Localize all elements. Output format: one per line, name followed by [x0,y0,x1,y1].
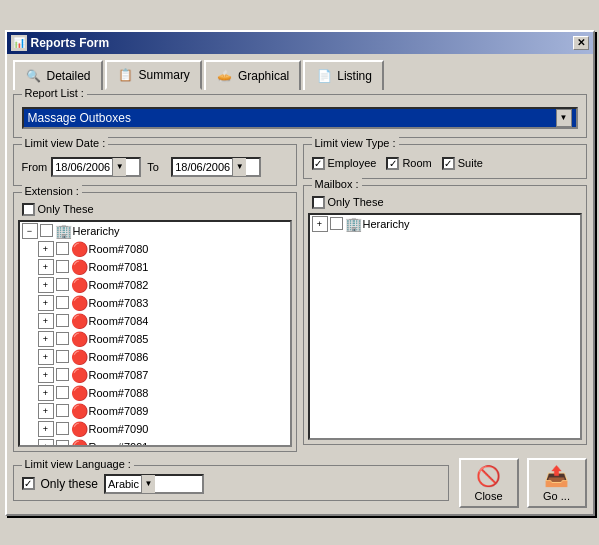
tree-child-item[interactable]: + 🔴 Room#7082 [36,276,290,294]
root-checkbox[interactable] [40,224,53,237]
report-list-combobox[interactable]: Massage Outboxes ▼ [22,107,578,129]
tab-detailed[interactable]: 🔍 Detailed [13,60,103,90]
child-expand-btn[interactable]: + [38,277,54,293]
tree-root-item[interactable]: − 🏢 Herarichy [20,222,290,240]
suite-checkbox-item: ✓ Suite [442,157,483,170]
reports-form-window: 📊 Reports Form ✕ 🔍 Detailed 📋 Summary 🥧 … [5,30,595,516]
to-label: To [147,161,167,173]
extension-section: Extension : Only These − 🏢 Herarichy + [13,192,297,452]
root-expand-btn[interactable]: − [22,223,38,239]
bottom-row: Limit view Language : ✓ Only these Arabi… [13,458,587,508]
child-label: Room#7080 [89,243,149,255]
child-checkbox[interactable] [56,350,69,363]
mailbox-only-these-checkbox[interactable] [312,196,325,209]
limit-date-title: Limit view Date : [22,137,109,149]
window-close-button[interactable]: ✕ [573,36,589,50]
report-list-dropdown-arrow[interactable]: ▼ [556,109,572,127]
limit-date-section: Limit view Date : From 18/06/2006 ▼ To 1… [13,144,297,186]
tab-summary[interactable]: 📋 Summary [105,60,202,90]
child-label: Room#7091 [89,441,149,447]
child-expand-btn[interactable]: + [38,259,54,275]
report-list-value: Massage Outboxes [28,111,131,125]
summary-icon: 📋 [117,66,135,84]
tree-child-item[interactable]: + 🔴 Room#7091 [36,438,290,447]
tab-listing-label: Listing [337,69,372,83]
tree-child-item[interactable]: + 🔴 Room#7089 [36,402,290,420]
child-expand-btn[interactable]: + [38,331,54,347]
room-checkbox-item: ✓ Room [386,157,431,170]
child-expand-btn[interactable]: + [38,313,54,329]
child-expand-btn[interactable]: + [38,403,54,419]
room-checkbox[interactable]: ✓ [386,157,399,170]
to-date-arrow[interactable]: ▼ [232,158,246,176]
mailbox-tree[interactable]: + 🏢 Herarichy [308,213,582,440]
close-button[interactable]: 🚫 Close [459,458,519,508]
tree-child-item[interactable]: + 🔴 Room#7090 [36,420,290,438]
tree-child-item[interactable]: + 🔴 Room#7087 [36,366,290,384]
language-only-these-checkbox[interactable]: ✓ [22,477,35,490]
child-expand-btn[interactable]: + [38,439,54,447]
child-expand-btn[interactable]: + [38,241,54,257]
employee-checkbox[interactable]: ✓ [312,157,325,170]
child-checkbox[interactable] [56,332,69,345]
root-label: Herarichy [73,225,120,237]
child-expand-btn[interactable]: + [38,421,54,437]
employee-label: Employee [328,157,377,169]
mailbox-root-checkbox[interactable] [330,217,343,230]
limit-type-title: Limit view Type : [312,137,399,149]
child-label: Room#7086 [89,351,149,363]
child-icon: 🔴 [71,349,87,365]
mailbox-root-item[interactable]: + 🏢 Herarichy [310,215,580,233]
child-icon: 🔴 [71,241,87,257]
child-label: Room#7088 [89,387,149,399]
from-date-arrow[interactable]: ▼ [112,158,126,176]
tab-detailed-label: Detailed [47,69,91,83]
tree-child-item[interactable]: + 🔴 Room#7081 [36,258,290,276]
child-checkbox[interactable] [56,368,69,381]
to-date-combobox[interactable]: 18/06/2006 ▼ [171,157,261,177]
child-label: Room#7081 [89,261,149,273]
from-date-combobox[interactable]: 18/06/2006 ▼ [51,157,141,177]
child-checkbox[interactable] [56,314,69,327]
report-list-section: Report List : Massage Outboxes ▼ [13,94,587,138]
tree-child-item[interactable]: + 🔴 Room#7088 [36,384,290,402]
tab-bar: 🔍 Detailed 📋 Summary 🥧 Graphical 📄 Listi… [13,60,587,90]
extension-tree[interactable]: − 🏢 Herarichy + 🔴 Room#7080 + 🔴 Room#708… [18,220,292,447]
child-checkbox[interactable] [56,242,69,255]
tree-child-item[interactable]: + 🔴 Room#7080 [36,240,290,258]
child-expand-btn[interactable]: + [38,349,54,365]
child-label: Room#7085 [89,333,149,345]
extension-title: Extension : [22,185,82,197]
window-icon: 📊 [11,35,27,51]
go-btn-label: Go ... [543,490,570,502]
suite-checkbox[interactable]: ✓ [442,157,455,170]
language-arrow[interactable]: ▼ [141,475,155,493]
child-icon: 🔴 [71,313,87,329]
child-label: Room#7087 [89,369,149,381]
child-checkbox[interactable] [56,404,69,417]
detailed-icon: 🔍 [25,67,43,85]
tab-graphical[interactable]: 🥧 Graphical [204,60,301,90]
child-checkbox[interactable] [56,278,69,291]
tab-listing[interactable]: 📄 Listing [303,60,384,90]
child-checkbox[interactable] [56,386,69,399]
child-checkbox[interactable] [56,422,69,435]
child-label: Room#7090 [89,423,149,435]
tree-child-item[interactable]: + 🔴 Room#7084 [36,312,290,330]
graphical-icon: 🥧 [216,67,234,85]
go-button[interactable]: 📤 Go ... [527,458,587,508]
child-expand-btn[interactable]: + [38,367,54,383]
title-bar: 📊 Reports Form ✕ [7,32,593,54]
child-checkbox[interactable] [56,440,69,447]
tree-child-item[interactable]: + 🔴 Room#7085 [36,330,290,348]
child-expand-btn[interactable]: + [38,295,54,311]
child-expand-btn[interactable]: + [38,385,54,401]
language-combobox[interactable]: Arabic ▼ [104,474,204,494]
child-checkbox[interactable] [56,260,69,273]
child-checkbox[interactable] [56,296,69,309]
child-icon: 🔴 [71,277,87,293]
tree-child-item[interactable]: + 🔴 Room#7086 [36,348,290,366]
mailbox-expand-btn[interactable]: + [312,216,328,232]
extension-only-these-checkbox[interactable] [22,203,35,216]
tree-child-item[interactable]: + 🔴 Room#7083 [36,294,290,312]
